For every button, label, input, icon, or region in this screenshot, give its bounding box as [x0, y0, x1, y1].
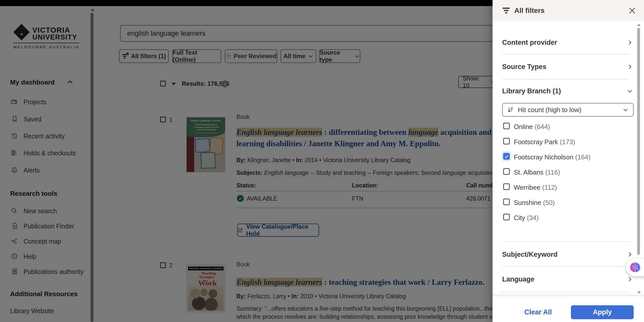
result-subjects[interactable]: Subjects: English language -- Study and …: [236, 169, 493, 176]
apply-button[interactable]: Apply: [571, 305, 634, 319]
section-content-provider[interactable]: Content provider: [502, 39, 557, 47]
search-input[interactable]: english language learners: [120, 25, 509, 42]
sidebar-item-library-website[interactable]: Library Website: [10, 307, 54, 315]
table-header-status: Status:: [236, 182, 256, 189]
result-type-label: Book: [236, 114, 250, 120]
branch-option-footscray-park[interactable]: Footscray Park (173): [493, 138, 634, 146]
chevron-up-icon[interactable]: [66, 78, 74, 86]
source-type-chip[interactable]: Source type: [319, 49, 360, 63]
full-text-chip[interactable]: Full Text (Online): [172, 49, 221, 63]
summary-label: Summary:: [236, 305, 263, 312]
concept-map-icon: [11, 238, 18, 245]
show-per-page-select[interactable]: Show: 10: [458, 76, 496, 88]
checkbox-checked[interactable]: [503, 153, 510, 160]
branch-option-city[interactable]: City (34): [493, 213, 634, 222]
close-icon[interactable]: [628, 6, 637, 15]
panel-scroll-up-icon[interactable]: [637, 24, 641, 26]
cover-art: [187, 134, 194, 172]
chevron-down-icon[interactable]: [627, 88, 633, 94]
result-byline: By: Klingner, Janette • In: 2014 • Victo…: [236, 157, 493, 164]
panel-scroll-down-icon[interactable]: [637, 291, 641, 294]
cover-photo: [195, 138, 210, 153]
sidebar-item-alerts[interactable]: Alerts: [10, 166, 86, 174]
help-icon: ?: [11, 253, 18, 260]
pub-info: 2010 • Victoria University Library Catal…: [300, 293, 406, 299]
branch-option-sunshine[interactable]: Sunshine (50): [493, 198, 634, 206]
sidebar-item-publication-finder[interactable]: Publication Finder: [10, 222, 86, 230]
result-summary-line2: which the process revolves are: building…: [236, 313, 493, 320]
checkbox[interactable]: [503, 199, 510, 205]
pub-info: 2014 • Victoria University Library Catal…: [305, 157, 410, 163]
select-all-checkbox[interactable]: [160, 81, 166, 87]
chip-label: Source type: [320, 49, 352, 63]
divider: [502, 291, 630, 292]
result-title-link[interactable]: learning disabilities / Janette Klingner…: [236, 138, 493, 149]
view-catalogue-button[interactable]: View Catalogue/Place Hold: [237, 224, 319, 237]
sidebar-item-label: Saved: [24, 116, 41, 123]
section-source-types[interactable]: Source Types: [502, 63, 546, 71]
branch-option-online[interactable]: Online (644): [493, 122, 634, 131]
checkbox[interactable]: [503, 214, 510, 220]
checkbox[interactable]: [503, 168, 510, 175]
chevron-right-icon[interactable]: [627, 63, 633, 70]
sidebar-item-new-search[interactable]: New search: [10, 207, 86, 215]
section-subject-keyword[interactable]: Subject/Keyword: [502, 251, 558, 259]
checkbox[interactable]: [503, 138, 510, 144]
dashboard-section-title[interactable]: My dashboard: [10, 78, 55, 86]
sidebar-item-holds-checkouts[interactable]: Holds & checkouts: [10, 149, 86, 157]
assistant-widget[interactable]: [626, 259, 644, 276]
all-filters-chip[interactable]: All filters (1): [119, 49, 169, 63]
chevron-right-icon[interactable]: [627, 251, 633, 258]
book-globe-icon: [11, 268, 18, 275]
peer-reviewed-chip[interactable]: Peer Reviewed: [225, 49, 277, 63]
result-title-link[interactable]: English language learners : differentiat…: [236, 126, 493, 138]
result-title-link[interactable]: English language learners : teaching str…: [236, 276, 493, 288]
book-cover-thumbnail[interactable]: English Language Learners: Differentiati…: [187, 117, 225, 172]
bookmark-icon: [11, 115, 18, 122]
in-label: In:: [296, 157, 303, 163]
panel-title: All filters: [514, 7, 545, 15]
research-section-title: Research tools: [10, 190, 57, 198]
divider: [502, 241, 630, 242]
result-checkbox[interactable]: [160, 117, 166, 122]
divider: [236, 191, 493, 191]
author-link[interactable]: Ferlazzo, Larry: [247, 293, 286, 300]
branch-option-werribee[interactable]: Werribee (112): [493, 183, 634, 191]
cover-title: English Language Learners:: [189, 119, 224, 122]
sidebar-item-concept-map[interactable]: Concept map: [10, 237, 86, 245]
sidebar-item-publications-authority[interactable]: Publications authority: [10, 267, 91, 275]
panel-scrollbar-thumb[interactable]: [637, 28, 640, 255]
sidebar-item-label: Holds & checkouts: [24, 149, 76, 157]
clear-all-button[interactable]: Clear All: [515, 305, 561, 319]
search-query-text: english language learners: [127, 30, 205, 37]
sidebar-item-help[interactable]: ? Help: [10, 252, 86, 260]
info-icon[interactable]: i: [221, 80, 228, 87]
book-cover-thumbnail[interactable]: ENGLISH LANGUAGE LEARNERS Teaching Strat…: [187, 265, 225, 312]
sidebar-item-projects[interactable]: Projects: [10, 98, 86, 106]
checkbox[interactable]: [503, 183, 510, 190]
by-label: By:: [236, 157, 246, 163]
branch-option-st-albans[interactable]: St. Albans (116): [493, 168, 634, 176]
result-checkbox[interactable]: [160, 262, 166, 268]
all-time-chip[interactable]: All time: [281, 49, 316, 63]
chevron-right-icon[interactable]: [627, 39, 633, 46]
sidebar-item-saved[interactable]: Saved: [10, 115, 86, 123]
scroll-up-arrow-icon[interactable]: [91, 9, 94, 11]
chevron-right-icon[interactable]: [627, 276, 633, 283]
sidebar-scrollbar-thumb[interactable]: [91, 13, 94, 322]
divider: [502, 54, 630, 55]
subjects-label: Subjects:: [236, 169, 263, 176]
select-dropdown-caret-icon[interactable]: [172, 83, 176, 85]
author-link[interactable]: Klingner, Janette: [247, 157, 291, 164]
subject-links[interactable]: English language -- Study and teaching -…: [264, 169, 493, 176]
search-icon: [11, 207, 18, 214]
checkbox[interactable]: [503, 123, 510, 129]
section-language[interactable]: Language: [502, 275, 535, 283]
sidebar-item-label: Projects: [24, 98, 46, 106]
sidebar-item-recent-activity[interactable]: Recent activity: [10, 132, 86, 140]
branch-sort-select[interactable]: Hit count (high to low): [502, 103, 634, 117]
branch-option-footscray-nicholson[interactable]: Footscray Nicholson (164): [493, 153, 634, 161]
sidebar-item-label: Recent activity: [24, 133, 65, 140]
cover-title: Teaching: [201, 271, 216, 275]
section-library-branch[interactable]: Library Branch (1): [502, 87, 561, 95]
